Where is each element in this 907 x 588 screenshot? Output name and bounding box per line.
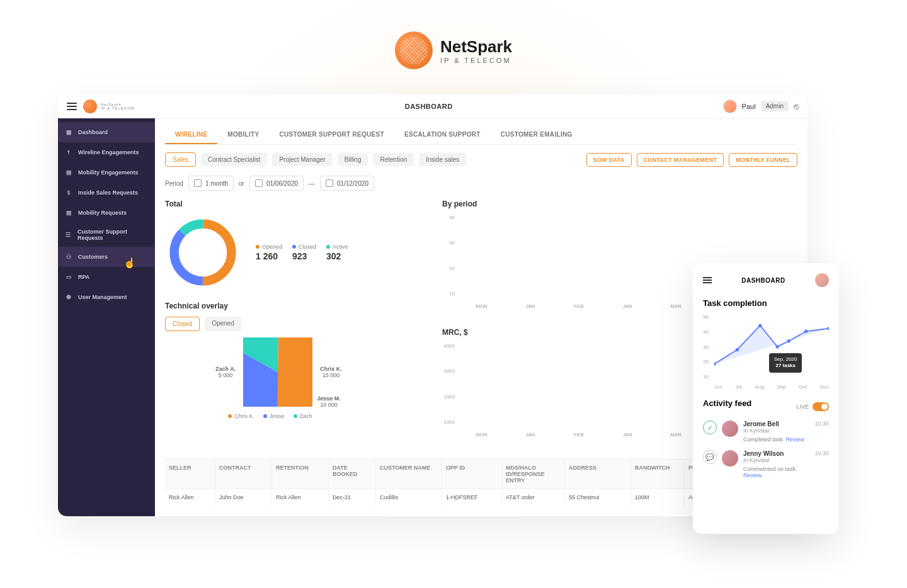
calendar-icon — [194, 179, 202, 187]
tech-chip-closed[interactable]: Closed — [165, 317, 200, 331]
menu-icon[interactable] — [703, 276, 712, 285]
sidebar-item-rpa[interactable]: ▭RPA — [58, 267, 155, 287]
col-seller[interactable]: SELLER — [165, 460, 215, 489]
period-row: Period 1 month or 01/06/2020 — 01/12/202… — [165, 176, 797, 191]
tech-title: Technical overlay — [165, 302, 430, 310]
chart-tooltip: Sep, 202027 tasks — [769, 353, 802, 373]
btn-sow-data[interactable]: SOW DATA — [586, 153, 632, 167]
btn-contact-management[interactable]: CONTACT MANAGEMENT — [637, 153, 724, 167]
col-contract[interactable]: CONTRACT — [215, 460, 272, 489]
tech-chip-opened[interactable]: Opened — [205, 317, 241, 331]
chat-icon: 💬 — [703, 450, 717, 464]
chip-inside-sales[interactable]: Inside sales — [419, 153, 466, 166]
task-completion-title: Task completion — [703, 298, 829, 308]
date-to[interactable]: 01/12/2020 — [320, 176, 374, 191]
task-link[interactable]: Review — [743, 472, 762, 478]
dollar-icon: $ — [64, 188, 73, 197]
hero-logo: NetSpark IP & TELECOM — [395, 31, 512, 69]
col-mds-halo-id-response-entry[interactable]: MDS/HALO ID/RESPONSE ENTRY — [502, 460, 565, 489]
pie-chart — [243, 337, 312, 407]
tabs: WIRELINEMOBILITYCUSTOMER SUPPORT REQUEST… — [165, 126, 797, 145]
chip-contract-specialist[interactable]: Contract Specialist — [201, 153, 267, 166]
pie-label-zach: Zach A.5 000 — [215, 366, 236, 378]
col-retention[interactable]: RETENTION — [272, 460, 329, 489]
sidebar-item-wireline-engagements[interactable]: ⫯Wireline Engagements — [58, 142, 155, 162]
sidebar: ▦Dashboard⫯Wireline Engagements▤Mobility… — [58, 118, 155, 516]
brand-sub: IP & TELECOM — [440, 57, 512, 64]
tab-wireline[interactable]: WIRELINE — [165, 126, 217, 144]
col-opp-id[interactable]: OPP ID — [442, 460, 502, 489]
table-icon: ▤ — [64, 168, 73, 177]
legend-active: Active302 — [326, 244, 348, 261]
chip-billing[interactable]: Billing — [338, 153, 368, 166]
sidebar-item-user-management[interactable]: ⚉User Management — [58, 287, 155, 307]
sidebar-item-mobility-engagements[interactable]: ▤Mobility Engagements — [58, 162, 155, 183]
feed-title: Activity feed — [703, 399, 751, 408]
table-icon: ▤ — [64, 208, 73, 217]
avatar[interactable] — [723, 99, 737, 113]
tab-customer-support-request[interactable]: CUSTOMER SUPPORT REQUEST — [269, 126, 394, 144]
svg-point-7 — [736, 348, 739, 351]
donut-chart — [165, 215, 241, 290]
svg-point-11 — [804, 330, 807, 333]
sidebar-item-customers[interactable]: ⚇Customers☝ — [58, 247, 155, 267]
legend-closed: Closed923 — [292, 244, 316, 261]
calendar-icon — [326, 179, 333, 187]
tab-customer-emailing[interactable]: CUSTOMER EMAILING — [491, 126, 583, 144]
feed-item[interactable]: ✓Jerome BellIn KyivstarCompleted task: R… — [703, 421, 829, 443]
globe-icon — [395, 31, 433, 69]
period-label: Period — [165, 180, 183, 187]
avatar — [722, 450, 738, 466]
col-customer-name[interactable]: CUSTOMER NAME — [376, 460, 442, 489]
avatar[interactable] — [815, 273, 829, 287]
tab-escalation-support[interactable]: ESCALATION SUPPORT — [394, 126, 491, 144]
topbar: NetSparkIP & TELECOM DASHBOARD Paul Admi… — [58, 94, 807, 118]
sidebar-item-dashboard[interactable]: ▦Dashboard — [58, 122, 155, 142]
sidebar-item-inside-sales-requests[interactable]: $Inside Sales Requests — [58, 183, 155, 203]
total-title: Total — [165, 200, 430, 208]
mobile-card: DASHBOARD Task completion 5040302010 Sep… — [693, 263, 839, 534]
legend-opened: Opened1 260 — [256, 244, 282, 261]
list-icon: ☰ — [64, 230, 72, 239]
grid-icon: ▦ — [64, 128, 73, 137]
chip-sales[interactable]: Sales — [165, 152, 196, 167]
period-preset[interactable]: 1 month — [188, 176, 234, 191]
byperiod-title: By period — [442, 200, 797, 208]
page-title: DASHBOARD — [135, 103, 723, 110]
user-name: Paul — [742, 103, 756, 110]
menu-icon[interactable] — [67, 101, 77, 112]
svg-point-10 — [787, 339, 790, 342]
logout-icon[interactable]: ⎋ — [794, 101, 799, 111]
line-chart: 5040302010 Sep, 202027 tasks JunJulAugSe… — [703, 314, 829, 390]
col-address[interactable]: ADDRESS — [565, 460, 631, 489]
chip-project-manager[interactable]: Project Manager — [272, 153, 332, 166]
feed-item[interactable]: 💬Jenny WilsonIn KyivstarCommetnted on ta… — [703, 450, 829, 478]
role-badge: Admin — [761, 101, 789, 111]
sidebar-item-mobility-requests[interactable]: ▤Mobility Requests — [58, 203, 155, 223]
sidebar-item-customer-support-requests[interactable]: ☰Customer Support Requests — [58, 223, 155, 247]
chart-icon: ⫯ — [64, 148, 73, 157]
chip-retention[interactable]: Retention — [373, 153, 414, 166]
pie-label-chris: Chris K.15 000 — [320, 366, 342, 378]
brand-name: NetSpark — [440, 37, 512, 57]
svg-point-8 — [758, 324, 762, 327]
folder-icon: ▭ — [64, 273, 73, 281]
btn-monthly-funnel[interactable]: MONTHLY FUNNEL — [729, 153, 797, 167]
globe-icon — [83, 99, 97, 113]
tab-mobility[interactable]: MOBILITY — [217, 126, 269, 144]
col-date-booked[interactable]: DATE BOOKED — [329, 460, 376, 489]
date-from[interactable]: 01/06/2020 — [249, 176, 304, 191]
live-toggle[interactable]: LIVE — [796, 402, 829, 411]
svg-point-9 — [775, 345, 779, 348]
check-icon: ✓ — [703, 421, 717, 434]
calendar-icon — [255, 179, 263, 187]
svg-point-12 — [827, 327, 829, 330]
task-link[interactable]: Review — [786, 436, 805, 443]
user-icon: ⚉ — [64, 293, 73, 302]
users-icon: ⚇ — [64, 252, 73, 261]
mobile-title: DASHBOARD — [741, 277, 785, 284]
avatar — [722, 421, 738, 437]
col-bandwitch[interactable]: BANDWITCH — [631, 460, 685, 489]
app-logo[interactable]: NetSparkIP & TELECOM — [83, 99, 135, 113]
